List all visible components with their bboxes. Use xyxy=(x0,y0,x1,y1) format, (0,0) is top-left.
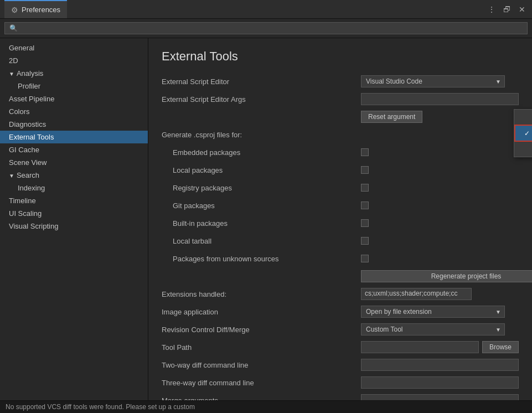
sidebar-item-analysis[interactable]: ▼Analysis xyxy=(0,67,148,80)
sidebar-item-colors[interactable]: Colors xyxy=(0,105,148,118)
window-controls: ⋮ 🗗 ✕ xyxy=(485,4,528,15)
tool-path-row: Tool Path Browse xyxy=(162,340,519,354)
extensions-value: cs;uxml;uss;shader;compute;cc xyxy=(361,288,472,300)
revision-control-dropdown[interactable]: Custom Tool ▼ xyxy=(361,323,505,335)
sidebar-item-search[interactable]: ▼Search xyxy=(0,169,148,182)
extensions-row: Extensions handled: cs;uxml;uss;shader;c… xyxy=(162,287,519,301)
image-app-row: Image application Open by file extension… xyxy=(162,305,519,318)
gear-icon: ⚙ xyxy=(11,6,18,14)
main-layout: General 2D ▼Analysis Profiler Asset Pipe… xyxy=(0,38,532,400)
registry-row: Registry packages xyxy=(162,181,519,194)
sidebar-item-indexing[interactable]: Indexing xyxy=(0,182,148,194)
local-checkbox[interactable] xyxy=(361,166,369,174)
analysis-arrow: ▼ xyxy=(9,71,14,77)
builtin-label: Built-in packages xyxy=(162,219,361,228)
two-way-row: Two-way diff command line xyxy=(162,358,519,371)
revision-dropdown-arrow-icon: ▼ xyxy=(495,327,501,333)
script-editor-dropdown[interactable]: Visual Studio Code ▼ xyxy=(361,75,505,87)
unknown-checkbox[interactable] xyxy=(361,255,369,262)
merge-args-label: Merge arguments xyxy=(162,396,361,401)
embedded-checkbox[interactable] xyxy=(361,148,369,156)
search-input[interactable] xyxy=(4,22,528,34)
embedded-row: Embedded packages xyxy=(162,146,519,159)
preferences-tab[interactable]: ⚙ Preferences xyxy=(4,0,67,18)
sidebar-item-2d[interactable]: 2D xyxy=(0,54,148,67)
sidebar-item-profiler[interactable]: Profiler xyxy=(0,80,148,92)
local-tarball-row: Local tarball xyxy=(162,234,519,247)
dropdown-arrow-icon: ▼ xyxy=(495,79,501,85)
status-bar: No supported VCS diff tools were found. … xyxy=(0,400,532,413)
registry-checkbox[interactable] xyxy=(361,184,369,192)
generate-label: Generate .csproj files for: xyxy=(162,131,361,139)
sidebar-item-visual-scripting[interactable]: Visual Scripting xyxy=(0,220,148,233)
revision-control-label: Revision Control Diff/Merge xyxy=(162,326,361,334)
git-label: Git packages xyxy=(162,202,361,210)
revision-control-row: Revision Control Diff/Merge Custom Tool … xyxy=(162,323,519,336)
close-icon[interactable]: ✕ xyxy=(516,4,528,15)
script-editor-row: External Script Editor Visual Studio Cod… xyxy=(162,75,519,88)
content-area: External Tools External Script Editor Vi… xyxy=(148,38,532,400)
local-label: Local packages xyxy=(162,166,361,174)
regenerate-button[interactable]: Regenerate project files xyxy=(361,270,532,282)
script-editor-control: Visual Studio Code ▼ xyxy=(361,75,519,87)
image-app-dropdown[interactable]: Open by file extension ▼ xyxy=(361,306,505,318)
registry-label: Registry packages xyxy=(162,184,361,192)
merge-args-input[interactable] xyxy=(361,394,519,400)
minimize-icon[interactable]: 🗗 xyxy=(501,4,513,15)
regenerate-row: Regenerate project files xyxy=(162,270,519,283)
search-arrow: ▼ xyxy=(9,173,14,179)
sidebar-item-external-tools[interactable]: External Tools xyxy=(0,131,148,143)
three-way-row: Three-way diff command line xyxy=(162,376,519,389)
merge-args-row: Merge arguments xyxy=(162,394,519,400)
status-text: No supported VCS diff tools were found. … xyxy=(6,403,195,411)
extensions-label: Extensions handled: xyxy=(162,290,361,298)
script-editor-args-input[interactable] xyxy=(361,93,519,105)
local-row: Local packages xyxy=(162,163,519,177)
three-way-label: Three-way diff command line xyxy=(162,379,361,387)
three-way-input[interactable] xyxy=(361,376,519,389)
local-tarball-checkbox[interactable] xyxy=(361,237,369,245)
sidebar-item-scene-view[interactable]: Scene View xyxy=(0,156,148,169)
more-icon[interactable]: ⋮ xyxy=(485,4,498,15)
page-title: External Tools xyxy=(162,49,519,64)
script-editor-dropdown-menu[interactable]: Open by file extension ✓ Visual Studio C… xyxy=(514,109,532,157)
git-row: Git packages xyxy=(162,199,519,212)
tool-path-browse-button[interactable]: Browse xyxy=(482,341,519,353)
two-way-input[interactable] xyxy=(361,359,519,371)
generate-label-row: Generate .csproj files for: xyxy=(162,128,519,141)
sidebar: General 2D ▼Analysis Profiler Asset Pipe… xyxy=(0,38,148,400)
dropdown-item-browse[interactable]: Browse... xyxy=(514,142,532,157)
git-checkbox[interactable] xyxy=(361,202,369,209)
script-editor-label: External Script Editor xyxy=(162,78,361,86)
unknown-label: Packages from unknown sources xyxy=(162,255,361,263)
tool-path-input[interactable] xyxy=(361,341,479,353)
local-tarball-label: Local tarball xyxy=(162,237,361,245)
image-app-dropdown-arrow-icon: ▼ xyxy=(495,309,501,315)
sidebar-item-general[interactable]: General xyxy=(0,42,148,54)
sidebar-item-timeline[interactable]: Timeline xyxy=(0,194,148,207)
reset-argument-row: Reset argument xyxy=(162,110,519,123)
reset-argument-button[interactable]: Reset argument xyxy=(361,111,422,123)
unknown-row: Packages from unknown sources xyxy=(162,252,519,265)
script-editor-args-control xyxy=(361,93,519,105)
tab-title: Preferences xyxy=(22,6,60,14)
sidebar-item-gi-cache[interactable]: GI Cache xyxy=(0,143,148,156)
builtin-checkbox[interactable] xyxy=(361,219,369,227)
dropdown-item-open-by-ext[interactable]: Open by file extension xyxy=(514,110,532,125)
embedded-label: Embedded packages xyxy=(162,148,361,157)
sidebar-item-diagnostics[interactable]: Diagnostics xyxy=(0,118,148,131)
sidebar-item-asset-pipeline[interactable]: Asset Pipeline xyxy=(0,92,148,105)
two-way-label: Two-way diff command line xyxy=(162,361,361,369)
tool-path-label: Tool Path xyxy=(162,343,361,352)
title-bar: ⚙ Preferences ⋮ 🗗 ✕ xyxy=(0,0,532,19)
search-bar xyxy=(0,19,532,38)
script-editor-args-label: External Script Editor Args xyxy=(162,95,361,104)
image-app-label: Image application xyxy=(162,308,361,316)
script-editor-args-row: External Script Editor Args xyxy=(162,92,519,106)
sidebar-item-ui-scaling[interactable]: UI Scaling xyxy=(0,207,148,220)
builtin-row: Built-in packages xyxy=(162,216,519,230)
dropdown-item-vscode[interactable]: ✓ Visual Studio Code xyxy=(514,125,532,142)
